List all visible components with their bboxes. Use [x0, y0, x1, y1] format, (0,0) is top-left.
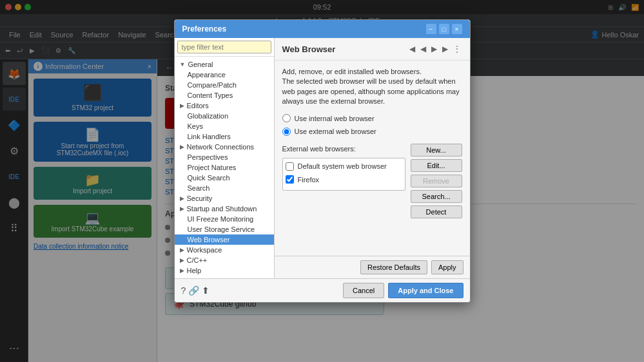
dialog-title: Preferences — [182, 24, 227, 33]
tree-section-general: ▼ General Appearance Compare/Patch Conte… — [175, 59, 274, 255]
tree-workspace-label: Workspace — [187, 246, 222, 254]
btn-search[interactable]: Search... — [411, 190, 462, 203]
desc-line1: Add, remove, or edit installed web brows… — [282, 68, 422, 75]
tree-security-header[interactable]: ▶ Security — [175, 193, 274, 204]
apply-and-close-button[interactable]: Apply and Close — [388, 283, 463, 298]
dialog-minimize[interactable]: − — [426, 24, 436, 34]
nav-next-icon[interactable]: ◀ — [419, 43, 427, 55]
chevron-workspace: ▶ — [180, 247, 184, 253]
cancel-button[interactable]: Cancel — [343, 283, 384, 298]
radio-internal-label[interactable]: Use internal web browser — [295, 113, 375, 124]
tree-keys[interactable]: Keys — [175, 121, 274, 131]
content-header-icons: ◀ ◀ ▶ ▶ ⋮ — [408, 43, 462, 55]
checkbox-default: Default system web browser — [286, 161, 402, 172]
restore-defaults-button[interactable]: Restore Defaults — [360, 260, 427, 274]
tree-startup-label: Startup and Shutdown — [187, 205, 257, 213]
chevron-editors: ▶ — [180, 102, 184, 109]
tree-compare-patch[interactable]: Compare/Patch — [175, 80, 274, 90]
modal-overlay: Preferences − □ × ▼ General — [0, 0, 644, 362]
description: Add, remove, or edit installed web brows… — [282, 67, 462, 107]
radio-external-label[interactable]: Use external web browser — [295, 126, 376, 137]
dialog-title-bar: Preferences − □ × — [175, 20, 470, 38]
dialog-footer-left: ? 🔗 ⬆ — [181, 285, 210, 296]
content-pane: Web Browser ◀ ◀ ▶ ▶ ⋮ Add, remove, or ed… — [275, 38, 470, 278]
nav-next-fwd-icon[interactable]: ▶ — [430, 43, 438, 55]
help-icon[interactable]: ? — [181, 285, 186, 296]
checkbox-firefox: Firefox — [286, 175, 402, 186]
tree-general-label: General — [188, 61, 213, 68]
tree-editors-label: Editors — [187, 102, 209, 110]
nav-last-icon[interactable]: ▶ — [441, 43, 449, 55]
bottom-right-btns: Restore Defaults Apply — [360, 260, 463, 274]
tree-section-cpp: ▶ C/C++ — [175, 255, 274, 265]
tree-search[interactable]: Search — [175, 183, 274, 193]
radio-internal: Use internal web browser — [282, 113, 462, 124]
tree-general-header[interactable]: ▼ General — [175, 59, 274, 70]
checkbox-default-label[interactable]: Default system web browser — [298, 161, 387, 172]
preferences-dialog: Preferences − □ × ▼ General — [174, 19, 471, 303]
desc-line2: The selected web browser will be used by… — [282, 77, 460, 105]
dialog-body: ▼ General Appearance Compare/Patch Conte… — [175, 38, 470, 278]
browser-section: External web browsers: Default system we… — [282, 144, 462, 218]
dialog-footer: ? 🔗 ⬆ Cancel Apply and Close — [175, 278, 470, 302]
chevron-cpp: ▶ — [180, 257, 184, 263]
external-label: External web browsers: — [282, 144, 405, 155]
dialog-close[interactable]: × — [452, 24, 462, 34]
radio-external: Use external web browser — [282, 126, 462, 137]
tree-appearance[interactable]: Appearance — [175, 70, 274, 80]
dialog-title-controls: − □ × — [426, 24, 462, 34]
tree-web-browser[interactable]: Web Browser — [175, 234, 274, 245]
tree-project-natures[interactable]: Project Natures — [175, 162, 274, 173]
btn-new[interactable]: New... — [411, 144, 462, 157]
tree-network-header[interactable]: ▶ Network Connections — [175, 142, 274, 152]
tree-workspace-header[interactable]: ▶ Workspace — [175, 245, 274, 255]
dialog-action-buttons: Cancel Apply and Close — [343, 283, 463, 298]
tree-ui-freeze[interactable]: UI Freeze Monitoring — [175, 214, 274, 224]
tree-cpp-header[interactable]: ▶ C/C++ — [175, 255, 274, 265]
browser-action-buttons: New... Edit... Remove Search... Detect — [411, 144, 462, 218]
tree-filter — [175, 38, 274, 57]
tree-body: ▼ General Appearance Compare/Patch Conte… — [175, 57, 274, 278]
dialog-maximize[interactable]: □ — [439, 24, 449, 34]
tree-help-label: Help — [187, 267, 202, 274]
nav-prev-icon[interactable]: ◀ — [408, 43, 416, 55]
tree-editors-header[interactable]: ▶ Editors — [175, 100, 274, 111]
chevron-network: ▶ — [180, 144, 184, 150]
tree-security-label: Security — [187, 195, 213, 202]
radio-group: Use internal web browser Use external we… — [282, 113, 462, 137]
content-body: Add, remove, or edit installed web brows… — [275, 61, 470, 256]
tree-user-storage[interactable]: User Storage Service — [175, 224, 274, 234]
radio-internal-input[interactable] — [282, 114, 291, 122]
chevron-help: ▶ — [180, 267, 184, 274]
chevron-security: ▶ — [180, 195, 184, 202]
tree-globalization[interactable]: Globalization — [175, 111, 274, 121]
checkbox-firefox-input[interactable] — [286, 175, 294, 184]
tree-startup-header[interactable]: ▶ Startup and Shutdown — [175, 204, 274, 214]
tree-quick-search[interactable]: Quick Search — [175, 173, 274, 183]
btn-detect[interactable]: Detect — [411, 205, 462, 218]
more-options-icon[interactable]: ⋮ — [452, 43, 462, 55]
chevron-general: ▼ — [180, 61, 186, 68]
tree-section-help: ▶ Help — [175, 265, 274, 276]
chevron-startup: ▶ — [180, 205, 184, 212]
content-header: Web Browser ◀ ◀ ▶ ▶ ⋮ — [275, 38, 470, 61]
tree-link-handlers[interactable]: Link Handlers — [175, 131, 274, 142]
checkbox-firefox-label[interactable]: Firefox — [298, 175, 320, 186]
content-title: Web Browser — [282, 44, 336, 54]
browser-list-section: External web browsers: Default system we… — [282, 144, 405, 218]
share-icon[interactable]: ⬆ — [202, 285, 210, 296]
radio-external-input[interactable] — [282, 128, 291, 136]
link-icon[interactable]: 🔗 — [188, 285, 199, 296]
tree-content-types[interactable]: Content Types — [175, 90, 274, 100]
tree-cpp-label: C/C++ — [187, 256, 208, 264]
btn-edit[interactable]: Edit... — [411, 159, 462, 172]
filter-input[interactable] — [177, 41, 271, 53]
tree-perspectives[interactable]: Perspectives — [175, 152, 274, 162]
bottom-action-bar: Restore Defaults Apply — [275, 256, 470, 278]
tree-network-label: Network Connections — [187, 143, 255, 151]
checkbox-default-input[interactable] — [286, 162, 294, 171]
tree-help-header[interactable]: ▶ Help — [175, 265, 274, 276]
btn-remove[interactable]: Remove — [411, 175, 462, 187]
tree-pane: ▼ General Appearance Compare/Patch Conte… — [175, 38, 275, 278]
apply-button[interactable]: Apply — [431, 260, 463, 274]
